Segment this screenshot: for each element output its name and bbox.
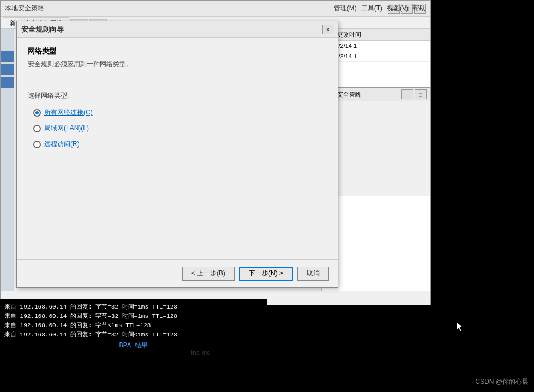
small-maximize[interactable]: □ xyxy=(415,89,427,99)
dialog-close-btn[interactable]: × xyxy=(322,25,333,34)
radio-all-label: 所有网络连接(C) xyxy=(44,108,93,117)
terminal-line-4: 来自 192.168.60.14 的回复: 字节=32 时间<1ms TTL=1… xyxy=(4,330,263,339)
ins-label: Ins Ins xyxy=(191,349,210,357)
menu-help[interactable]: 帮助 xyxy=(413,4,426,13)
right-black-bg xyxy=(430,0,534,392)
sidebar xyxy=(1,29,14,291)
back-button[interactable]: < 上一步(B) xyxy=(182,267,235,281)
dialog-footer: < 上一步(B) 下一步(N) > 取消 xyxy=(17,259,338,287)
next-button[interactable]: 下一步(N) > xyxy=(239,267,293,281)
radio-lan[interactable]: 局域网(LAN)(L) xyxy=(33,124,327,133)
small-controls: — □ xyxy=(401,89,427,99)
radio-lan-label: 局域网(LAN)(L) xyxy=(44,124,89,133)
right-menu-bar: 管理(M) 工具(T) 视图(V) 帮助 xyxy=(329,1,430,16)
security-wizard-dialog: 安全规则向导 × 网络类型 安全规则必须应用到一种网络类型。 选择网络类型: 所… xyxy=(16,21,338,288)
small-minimize[interactable]: — xyxy=(401,89,413,99)
cancel-button[interactable]: 取消 xyxy=(297,267,329,281)
radio-all-networks[interactable]: 所有网络连接(C) xyxy=(33,108,327,117)
radio-remote-label: 远程访问(R) xyxy=(44,140,80,149)
dialog-titlebar: 安全规则向导 × xyxy=(17,21,338,38)
terminal-highlight: BPA 结果 xyxy=(4,341,263,350)
menu-tools[interactable]: 工具(T) xyxy=(361,4,382,13)
terminal-line-2: 来自 192.168.60.14 的回复: 字节=32 时间=1ms TTL=1… xyxy=(4,312,263,320)
terminal-line-3: 来自 192.168.60.14 的回复: 字节<1ms TTL=128 xyxy=(4,321,263,329)
radio-lan-input[interactable] xyxy=(33,125,41,132)
dialog-title: 安全规则向导 xyxy=(21,25,322,34)
section-desc: 安全规则必须应用到一种网络类型。 xyxy=(28,59,327,69)
radio-group: 所有网络连接(C) 局域网(LAN)(L) 远程访问(R) xyxy=(33,108,327,149)
sidebar-accent-3 xyxy=(1,77,14,88)
radio-all-input[interactable] xyxy=(33,109,41,117)
sidebar-accent xyxy=(1,51,14,62)
terminal-line-1: 来自 192.168.60.14 的回复: 字节=32 时间=1ms TTL=1… xyxy=(4,303,263,311)
dialog-label: 选择网络类型: xyxy=(28,91,327,100)
csdn-watermark: CSDN @你的心晨 xyxy=(475,377,529,387)
radio-remote-input[interactable] xyxy=(33,141,41,148)
dialog-separator xyxy=(28,80,327,80)
sidebar-accent-2 xyxy=(1,64,14,75)
radio-remote[interactable]: 远程访问(R) xyxy=(33,140,327,149)
section-title: 网络类型 xyxy=(28,46,327,56)
dialog-body: 网络类型 安全规则必须应用到一种网络类型。 选择网络类型: 所有网络连接(C) … xyxy=(17,38,338,259)
terminal-window: 来自 192.168.60.14 的回复: 字节=32 时间=1ms TTL=1… xyxy=(0,299,267,392)
menu-view[interactable]: 视图(V) xyxy=(387,4,409,13)
menu-manage[interactable]: 管理(M) xyxy=(334,4,357,13)
